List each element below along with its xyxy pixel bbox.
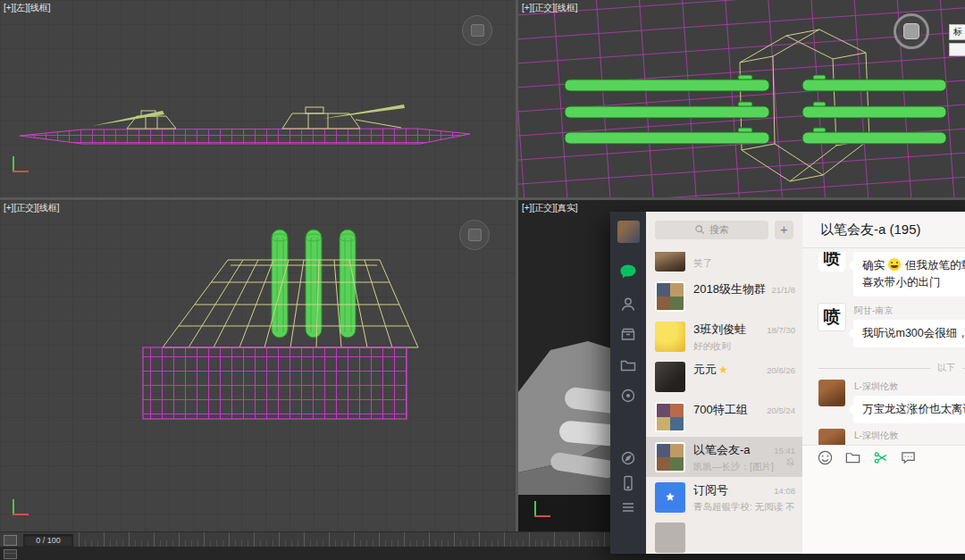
side-tooltip-secondary [949, 43, 965, 56]
chat-history-icon[interactable] [900, 449, 917, 466]
viewcube-icon[interactable] [459, 220, 490, 250]
file-icon[interactable] [844, 449, 861, 466]
chat-time: 18/7/30 [767, 325, 795, 335]
chat-name: 以笔会友-a [693, 442, 751, 458]
viewcube-icon[interactable] [462, 15, 492, 46]
wireframe-left-view [0, 0, 516, 197]
search-placeholder: 搜索 [709, 223, 729, 237]
track-keys-icon[interactable] [4, 535, 17, 546]
viewport-top-left[interactable]: [+][左][线框] [0, 0, 516, 197]
emoji-icon[interactable] [817, 449, 834, 466]
message-bubble: 万宝龙这涨价也太离谱了 [853, 396, 965, 423]
chat-list-item[interactable]: 元元★20/6/26 [646, 356, 802, 397]
user-avatar[interactable] [617, 221, 640, 243]
new-messages-divider: 以下 [818, 362, 965, 374]
chat-preview [693, 300, 795, 312]
viewport-top-right[interactable]: [+][正交][线框] [518, 0, 965, 197]
chat-preview: 好的收到 [693, 340, 795, 352]
sender-name: L-深圳伦敦 [854, 380, 965, 393]
chat-avatar [655, 322, 685, 352]
phone-icon[interactable] [619, 474, 637, 492]
chat-list-item[interactable]: 笑了 [646, 247, 802, 276]
mini-programs-icon[interactable] [619, 449, 637, 467]
chat-list-item[interactable]: 2018级生物群21/1/8 [646, 276, 802, 316]
message: L-深圳伦敦 二手现在拍卖也就1.8不到 [818, 429, 965, 445]
axis-gizmo-icon [527, 492, 558, 522]
desktop-screen: [+][左][线框] [0, 0, 965, 560]
message: 喷 确实 但我放笔的挚包只能 喜欢带小的出门 [818, 252, 965, 297]
chat-list-item[interactable]: 700特工组20/5/24 [646, 397, 802, 437]
star-icon: ★ [718, 364, 728, 376]
axis-gizmo-icon [5, 490, 36, 521]
chat-preview: 笑了 [693, 257, 795, 269]
chat-name: 订阅号 [693, 482, 728, 498]
chat-preview: 青岛超银学校: 无阅读 不… [693, 501, 795, 513]
sender-avatar[interactable]: 喷 [818, 304, 845, 330]
viewport-label-realistic[interactable]: [+][正交][真实] [522, 202, 578, 214]
chat-time: 14:08 [774, 486, 795, 496]
favorites-icon[interactable] [619, 325, 637, 343]
group-avatar [655, 442, 685, 472]
chat-list-item[interactable]: 订阅号14:08 青岛超银学校: 无阅读 不… [646, 477, 802, 517]
message: 喷 阿甘-南京 我听说m300会很细，握着难 [818, 304, 965, 347]
chat-name: 3班刘俊蛙 [693, 322, 746, 338]
search-icon [694, 224, 705, 235]
message-area[interactable]: 喷 确实 但我放笔的挚包只能 喜欢带小的出门 喷 阿甘-南京 我听 [802, 248, 965, 445]
chat-list-item[interactable]: 3班刘俊蛙18/7/30 好的收到 [646, 316, 802, 356]
subscriptions-icon [664, 491, 676, 504]
axis-gizmo-icon [5, 147, 36, 178]
chat-name: 700特工组 [693, 402, 748, 418]
search-input[interactable]: 搜索 [655, 221, 768, 239]
add-chat-button[interactable]: + [775, 221, 793, 239]
group-avatar [655, 402, 685, 432]
wireframe-ortho-view-2 [0, 200, 516, 531]
message-bubble: 确实 但我放笔的挚包只能 喜欢带小的出门 [853, 252, 965, 297]
group-avatar [655, 281, 685, 312]
conversation-panel: 以笔会友-a (195) 喷 确实 但我放笔的挚包只能 喜欢带小的出门 [802, 212, 965, 554]
message: L-深圳伦敦 万宝龙这涨价也太离谱了 [818, 380, 965, 423]
frame-counter[interactable]: 0 / 100 [23, 534, 73, 547]
sender-name: L-深圳伦敦 [854, 430, 965, 442]
screenshot-icon[interactable] [872, 449, 889, 466]
subscriptions-avatar [655, 482, 685, 513]
viewport-bottom-left[interactable]: [+][正交][线框] [0, 200, 516, 531]
chat-avatar [655, 252, 685, 272]
sender-avatar[interactable]: 喷 [818, 252, 845, 272]
chat-preview [693, 421, 795, 432]
chat-preview: 凯凯—长沙：[图片] [693, 461, 795, 472]
menu-icon[interactable] [619, 498, 637, 516]
chat-name: 2018级生物群 [693, 281, 766, 297]
chat-time: 20/6/26 [767, 365, 795, 375]
chat-preview [693, 380, 795, 392]
chat-name: 元元 [693, 363, 717, 376]
wechat-sidebar [610, 212, 646, 554]
message-input[interactable] [802, 470, 965, 554]
sender-name: 阿甘-南京 [854, 305, 965, 317]
conversation-title: 以笔会友-a (195) [820, 221, 921, 238]
search-bar: 搜索 + [646, 212, 802, 247]
chat-files-icon[interactable] [619, 356, 637, 374]
viewport-label-left[interactable]: [+][左][线框] [4, 2, 51, 14]
chat-list-item-selected[interactable]: 以笔会友-a15:41 凯凯—长沙：[图片] [646, 437, 802, 477]
sender-avatar[interactable] [818, 380, 845, 406]
input-toolbar [802, 445, 965, 470]
chat-time: 15:41 [774, 446, 795, 456]
chat-time: 21/1/8 [772, 285, 795, 295]
laughing-crying-emoji [888, 258, 901, 271]
side-tooltip: 标 [949, 24, 965, 40]
sender-avatar[interactable] [818, 429, 845, 445]
chats-icon[interactable] [619, 263, 637, 280]
record-indicator-icon[interactable] [894, 13, 929, 49]
statusbar-grid-icon[interactable] [4, 549, 17, 559]
chat-list-item[interactable] [646, 517, 802, 557]
moments-icon[interactable] [619, 387, 637, 405]
viewport-label-ortho-bottom[interactable]: [+][正交][线框] [4, 202, 60, 214]
chat-avatar [655, 522, 685, 553]
chat-time: 20/5/24 [767, 405, 795, 415]
mute-icon [785, 455, 795, 471]
wechat-window: 搜索 + 笑了 2018级生物群21/1/8 3班 [610, 212, 965, 554]
contacts-icon[interactable] [619, 296, 637, 313]
chat-list-panel: 搜索 + 笑了 2018级生物群21/1/8 3班 [646, 212, 802, 554]
viewport-label-ortho-top[interactable]: [+][正交][线框] [522, 2, 578, 14]
conversation-header: 以笔会友-a (195) [802, 212, 965, 248]
